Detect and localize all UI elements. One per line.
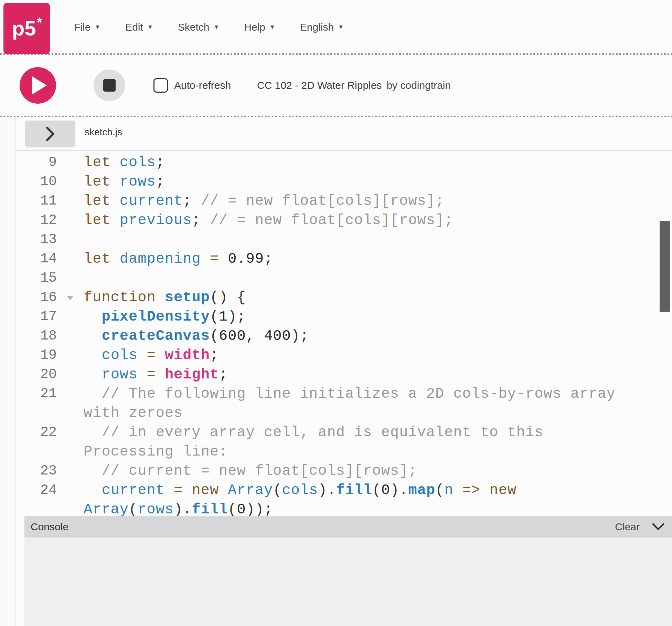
code-line[interactable]: 17 pixelDensity(1); [16, 307, 672, 326]
code-line-text[interactable]: Array(rows).fill(0)); [79, 500, 273, 516]
code-line-text[interactable]: rows = height; [79, 365, 228, 384]
line-number[interactable]: 10 [16, 172, 79, 191]
code-line-text[interactable] [79, 269, 84, 288]
line-number[interactable]: 20 [16, 365, 79, 384]
menu-edit-label: Edit [125, 21, 143, 33]
code-line[interactable]: 21 // The following line initializes a 2… [16, 384, 672, 404]
console-header: Console Clear [24, 516, 672, 538]
console-panel: Console Clear [24, 516, 672, 626]
code-line-text[interactable]: let rows; [79, 172, 165, 191]
code-line-text[interactable]: let current; // = new float[cols][rows]; [79, 191, 444, 211]
menu-bar: p5* File ▼ Edit ▼ Sketch ▼ Help ▼ Englis… [0, 0, 672, 54]
code-line-text[interactable]: cols = width; [79, 346, 219, 365]
code-rows: 9let cols;10let rows;11let current; // =… [16, 153, 672, 516]
code-line[interactable]: 11let current; // = new float[cols][rows… [16, 191, 672, 211]
file-tab-bar: sketch.js [16, 117, 672, 151]
stop-button[interactable] [94, 70, 125, 101]
code-editor[interactable]: 9let cols;10let rows;11let current; // =… [16, 151, 672, 516]
code-line[interactable]: 10let rows; [16, 172, 672, 191]
line-number[interactable] [16, 442, 79, 461]
auto-refresh-label: Auto-refresh [174, 80, 231, 91]
code-line-text[interactable] [79, 230, 84, 249]
files-panel-toggle[interactable] [25, 121, 75, 147]
code-line[interactable]: 19 cols = width; [16, 346, 672, 365]
code-line[interactable]: 18 createCanvas(600, 400); [16, 326, 672, 346]
line-number[interactable]: 23 [16, 461, 79, 481]
code-line-text[interactable]: // in every array cell, and is equivalen… [79, 423, 543, 442]
chevron-down-icon: ▼ [95, 24, 100, 31]
line-number[interactable] [16, 500, 79, 516]
line-number[interactable]: 18 [16, 326, 79, 346]
line-number[interactable]: 11 [16, 191, 79, 211]
fold-arrow-icon[interactable] [67, 296, 73, 300]
line-number[interactable]: 22 [16, 423, 79, 442]
left-rail [0, 117, 16, 626]
code-line-text[interactable]: let dampening = 0.99; [79, 249, 273, 269]
code-line-text[interactable]: current = new Array(cols).fill(0).map(n … [79, 481, 516, 500]
line-number[interactable]: 14 [16, 249, 79, 269]
chevron-right-icon [45, 126, 55, 142]
menu-items: File ▼ Edit ▼ Sketch ▼ Help ▼ English ▼ [74, 0, 344, 54]
sketch-title: CC 102 - 2D Water Ripples [257, 80, 382, 91]
menu-file[interactable]: File ▼ [74, 21, 100, 33]
console-clear-button[interactable]: Clear [615, 521, 640, 533]
tab-sketch-js[interactable]: sketch.js [85, 117, 122, 147]
line-number[interactable]: 21 [16, 384, 79, 404]
menu-help[interactable]: Help ▼ [244, 21, 275, 33]
line-number[interactable]: 9 [16, 153, 79, 172]
line-number[interactable]: 17 [16, 307, 79, 326]
code-line-text[interactable]: with zeroes [79, 404, 183, 423]
menu-sketch[interactable]: Sketch ▼ [178, 21, 220, 33]
editor-scrollbar-thumb[interactable] [660, 221, 670, 312]
play-button[interactable] [20, 67, 56, 104]
line-number[interactable]: 12 [16, 211, 79, 230]
code-line-text[interactable]: function setup() { [79, 288, 246, 307]
line-number[interactable]: 13 [16, 230, 79, 249]
menu-language-label: English [300, 21, 334, 33]
code-line[interactable]: Array(rows).fill(0)); [16, 500, 672, 516]
code-line[interactable]: 13 [16, 230, 672, 249]
line-number[interactable]: 19 [16, 346, 79, 365]
line-number[interactable] [16, 404, 79, 423]
code-line[interactable]: 14let dampening = 0.99; [16, 249, 672, 269]
console-title: Console [31, 521, 68, 533]
line-number[interactable]: 15 [16, 269, 79, 288]
code-line-text[interactable]: Processing line: [79, 442, 228, 461]
code-line-text[interactable]: createCanvas(600, 400); [79, 326, 309, 346]
code-line[interactable]: 9let cols; [16, 153, 672, 172]
chevron-down-icon: ▼ [213, 24, 219, 31]
stop-icon [103, 79, 116, 92]
code-line[interactable]: 23 // current = new float[cols][rows]; [16, 461, 672, 481]
code-line[interactable]: 24 current = new Array(cols).fill(0).map… [16, 481, 672, 500]
code-line[interactable]: 22 // in every array cell, and is equiva… [16, 423, 672, 442]
line-number[interactable]: 16 [16, 288, 79, 307]
chevron-down-icon: ▼ [147, 24, 153, 31]
console-collapse-button[interactable] [652, 523, 664, 531]
code-line[interactable]: Processing line: [16, 442, 672, 461]
auto-refresh-checkbox[interactable] [153, 78, 168, 93]
code-line-text[interactable]: let previous; // = new float[cols][rows]… [79, 211, 453, 230]
chevron-down-icon: ▼ [269, 24, 275, 31]
chevron-down-icon [652, 523, 664, 531]
line-number[interactable]: 24 [16, 481, 79, 500]
code-line-text[interactable]: pixelDensity(1); [79, 307, 246, 326]
sketch-author[interactable]: by codingtrain [386, 80, 451, 91]
menu-sketch-label: Sketch [178, 21, 210, 33]
code-line-text[interactable]: let cols; [79, 153, 165, 172]
main-area: sketch.js 9let cols;10let rows;11let cur… [0, 117, 672, 626]
menu-edit[interactable]: Edit ▼ [125, 21, 153, 33]
code-line[interactable]: 16function setup() { [16, 288, 672, 307]
menu-language[interactable]: English ▼ [300, 21, 344, 33]
code-line[interactable]: 20 rows = height; [16, 365, 672, 384]
toolbar: Auto-refresh CC 102 - 2D Water Ripples b… [0, 55, 672, 116]
code-line[interactable]: with zeroes [16, 404, 672, 423]
p5-logo[interactable]: p5* [3, 3, 50, 54]
console-output [24, 538, 672, 626]
code-line[interactable]: 15 [16, 269, 672, 288]
code-line[interactable]: 12let previous; // = new float[cols][row… [16, 211, 672, 230]
p5-web-editor: p5* File ▼ Edit ▼ Sketch ▼ Help ▼ Englis… [0, 0, 672, 626]
p5-logo-text: p5 [12, 18, 36, 39]
gutter-divider [79, 151, 79, 516]
code-line-text[interactable]: // The following line initializes a 2D c… [79, 384, 616, 404]
code-line-text[interactable]: // current = new float[cols][rows]; [79, 461, 417, 481]
